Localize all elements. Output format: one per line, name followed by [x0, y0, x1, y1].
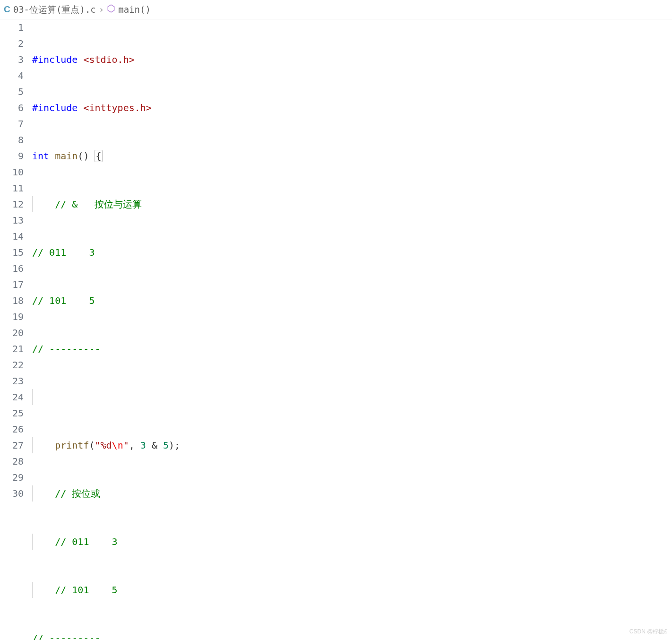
code-line[interactable]: #include <stdio.h> — [32, 52, 672, 68]
code-line[interactable]: #include <inttypes.h> — [32, 100, 672, 116]
line-number: 16 — [0, 260, 24, 277]
line-number: 1 — [0, 19, 24, 35]
line-number: 23 — [0, 373, 24, 389]
line-number: 8 — [0, 132, 24, 148]
code-line[interactable]: // 011 3 — [32, 534, 672, 550]
line-number: 9 — [0, 148, 24, 164]
line-number: 29 — [0, 469, 24, 485]
breadcrumb[interactable]: C 03-位运算(重点).c › main() — [0, 0, 672, 19]
line-number: 24 — [0, 389, 24, 405]
line-number: 28 — [0, 453, 24, 469]
code-line[interactable]: // --------- — [32, 630, 672, 640]
symbol-method-icon — [107, 2, 115, 17]
line-number: 19 — [0, 309, 24, 325]
code-editor[interactable]: 1 2 3 4 5 6 7 8 9 10 11 12 13 14 15 16 1… — [0, 19, 672, 640]
line-number: 2 — [0, 35, 24, 52]
code-line[interactable]: // 101 5 — [32, 582, 672, 598]
code-line[interactable]: // 101 5 — [32, 293, 672, 309]
line-number: 30 — [0, 485, 24, 502]
line-number: 17 — [0, 277, 24, 293]
chevron-right-icon: › — [99, 2, 104, 17]
line-number: 3 — [0, 52, 24, 68]
line-number: 27 — [0, 437, 24, 453]
line-number: 5 — [0, 84, 24, 100]
code-line[interactable]: printf("%d\n", 3 & 5); — [32, 437, 672, 453]
line-number-gutter: 1 2 3 4 5 6 7 8 9 10 11 12 13 14 15 16 1… — [0, 19, 32, 640]
line-number: 26 — [0, 421, 24, 437]
code-line[interactable] — [32, 389, 672, 405]
code-line[interactable]: // --------- — [32, 341, 672, 357]
line-number: 4 — [0, 68, 24, 84]
line-number: 18 — [0, 293, 24, 309]
line-number: 7 — [0, 116, 24, 132]
line-number: 13 — [0, 212, 24, 228]
line-number: 6 — [0, 100, 24, 116]
code-line[interactable]: // & 按位与运算 — [32, 196, 672, 212]
c-file-icon: C — [4, 2, 10, 17]
line-number: 10 — [0, 164, 24, 180]
line-number: 21 — [0, 341, 24, 357]
line-number: 15 — [0, 244, 24, 260]
code-content[interactable]: #include <stdio.h> #include <inttypes.h>… — [32, 19, 672, 640]
code-line[interactable]: // 按位或 — [32, 485, 672, 502]
breadcrumb-file[interactable]: 03-位运算(重点).c — [13, 2, 96, 17]
code-line[interactable]: int main() { — [32, 148, 672, 164]
line-number: 12 — [0, 196, 24, 212]
code-line[interactable]: // 011 3 — [32, 244, 672, 260]
watermark: CSDN @柠栀£ — [629, 627, 667, 636]
breadcrumb-symbol[interactable]: main() — [118, 2, 151, 17]
line-number: 11 — [0, 180, 24, 196]
line-number: 25 — [0, 405, 24, 421]
line-number: 22 — [0, 357, 24, 373]
line-number: 20 — [0, 325, 24, 341]
line-number: 14 — [0, 228, 24, 244]
